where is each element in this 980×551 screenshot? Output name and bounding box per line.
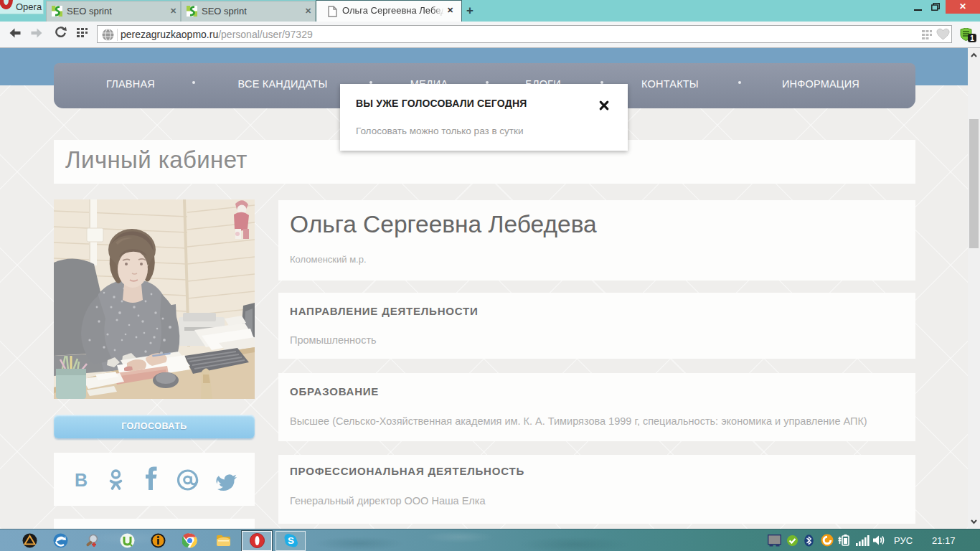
svg-text:S: S	[288, 535, 294, 546]
svg-text:1: 1	[970, 34, 974, 42]
svg-text:В: В	[75, 470, 88, 490]
